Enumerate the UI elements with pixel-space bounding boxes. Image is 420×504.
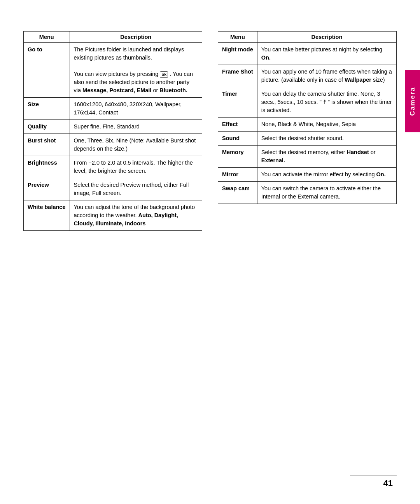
page-container: Camera Menu Description Go to The Pict (0, 0, 420, 504)
right-table: Menu Description Night mode You can take… (218, 31, 397, 204)
desc-cell: You can apply one of 10 frame effects wh… (257, 65, 396, 87)
table-row: Sound Select the desired shutter sound. (218, 132, 397, 146)
side-tab: Camera (405, 70, 420, 132)
desc-cell: Select the desired Preview method, eithe… (70, 178, 202, 200)
right-col-description: Description (257, 32, 396, 43)
menu-cell: Size (24, 98, 70, 120)
menu-cell: Mirror (218, 168, 257, 182)
left-table-wrapper: Menu Description Go to The Pictures fold… (23, 31, 202, 231)
menu-cell: Quality (24, 120, 70, 134)
desc-cell: From −2.0 to 2.0 at 0.5 intervals. The h… (70, 156, 202, 178)
left-col-description: Description (70, 32, 202, 43)
ok-icon: ok (160, 71, 168, 78)
bottom-line (350, 476, 397, 476)
left-col-menu: Menu (24, 32, 70, 43)
table-row: Quality Super fine, Fine, Standard (24, 120, 202, 134)
menu-cell: Preview (24, 178, 70, 200)
table-row: Night mode You can take better pictures … (218, 43, 397, 65)
menu-cell: Go to (24, 43, 70, 98)
desc-cell: You can delay the camera shutter time. N… (257, 87, 396, 118)
desc-cell: Select the desired shutter sound. (257, 132, 396, 146)
table-row: Effect None, Black & White, Negative, Se… (218, 118, 397, 132)
desc-cell: You can take better pictures at night by… (257, 43, 396, 65)
menu-cell: Effect (218, 118, 257, 132)
desc-cell: You can activate the mirror effect by se… (257, 168, 396, 182)
menu-cell: White balance (24, 200, 70, 231)
table-row: Preview Select the desired Preview metho… (24, 178, 202, 200)
table-row: Go to The Pictures folder is launched an… (24, 43, 202, 98)
desc-cell: You can switch the camera to activate ei… (257, 182, 396, 204)
desc-cell: You can adjust the tone of the backgroun… (70, 200, 202, 231)
right-col-menu: Menu (218, 32, 257, 43)
menu-cell: Sound (218, 132, 257, 146)
table-row: White balance You can adjust the tone of… (24, 200, 202, 231)
table-row: Timer You can delay the camera shutter t… (218, 87, 397, 118)
left-table: Menu Description Go to The Pictures fold… (23, 31, 202, 231)
desc-cell: Select the desired memory, either Handse… (257, 146, 396, 168)
menu-cell: Memory (218, 146, 257, 168)
table-row: Brightness From −2.0 to 2.0 at 0.5 inter… (24, 156, 202, 178)
desc-cell: 1600x1200, 640x480, 320X240, Wallpaper, … (70, 98, 202, 120)
desc-cell: The Pictures folder is launched and disp… (70, 43, 202, 98)
desc-cell: One, Three, Six, Nine (Note: Available B… (70, 134, 202, 156)
side-tab-label: Camera (409, 87, 416, 116)
table-row: Size 1600x1200, 640x480, 320X240, Wallpa… (24, 98, 202, 120)
table-row: Swap cam You can switch the camera to ac… (218, 182, 397, 204)
menu-cell: Brightness (24, 156, 70, 178)
desc-cell: Super fine, Fine, Standard (70, 120, 202, 134)
page-number: 41 (383, 478, 393, 488)
table-row: Burst shot One, Three, Six, Nine (Note: … (24, 134, 202, 156)
desc-cell: None, Black & White, Negative, Sepia (257, 118, 396, 132)
menu-cell: Burst shot (24, 134, 70, 156)
menu-cell: Swap cam (218, 182, 257, 204)
menu-cell: Timer (218, 87, 257, 118)
right-table-wrapper: Menu Description Night mode You can take… (218, 31, 397, 231)
menu-cell: Night mode (218, 43, 257, 65)
table-row: Memory Select the desired memory, either… (218, 146, 397, 168)
table-row: Mirror You can activate the mirror effec… (218, 168, 397, 182)
content-area: Menu Description Go to The Pictures fold… (23, 31, 397, 231)
menu-cell: Frame Shot (218, 65, 257, 87)
table-row: Frame Shot You can apply one of 10 frame… (218, 65, 397, 87)
